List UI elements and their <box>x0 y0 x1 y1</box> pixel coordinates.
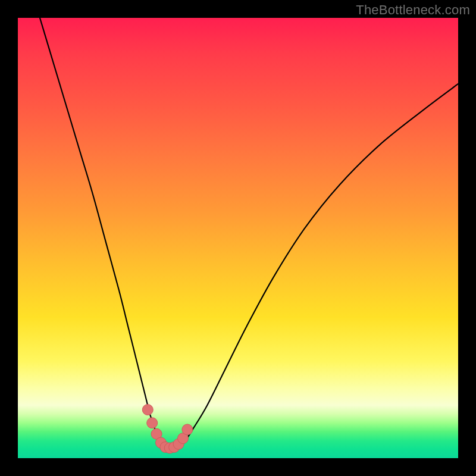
marker-dot <box>182 424 193 435</box>
curve-overlay <box>18 18 458 458</box>
marker-group <box>142 405 193 453</box>
chart-frame: TheBottleneck.com <box>0 0 476 476</box>
plot-area <box>18 18 458 458</box>
marker-dot <box>142 405 153 415</box>
marker-dot <box>147 418 158 428</box>
bottleneck-curve <box>40 18 458 450</box>
watermark-text: TheBottleneck.com <box>356 2 470 18</box>
